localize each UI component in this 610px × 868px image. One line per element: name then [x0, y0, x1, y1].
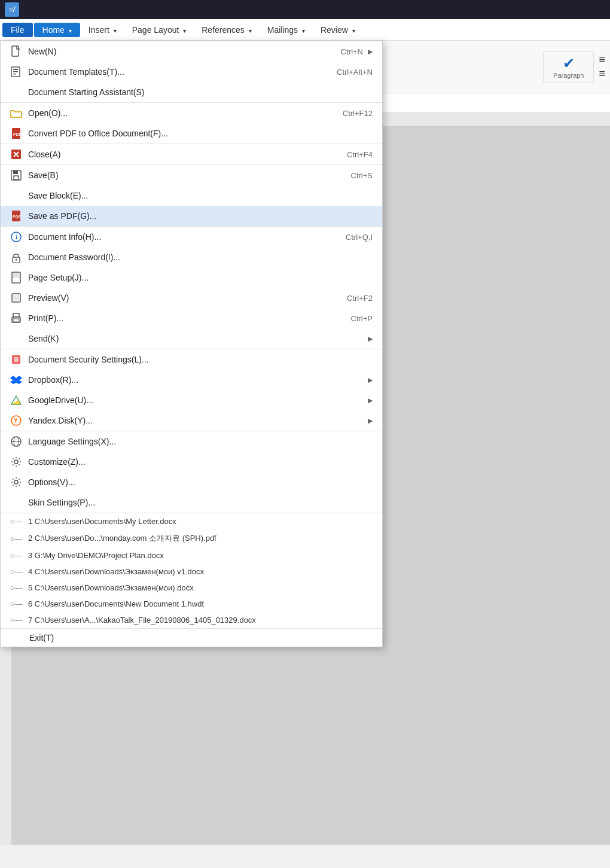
convert-pdf-item[interactable]: PDF Convert PDF to Office Document(F)... — [1, 123, 382, 144]
file-dropdown-menu: New(N) Ctrl+N ▶ Document Templates(T)...… — [0, 41, 383, 647]
starting-assistant-item[interactable]: Document Starting Assistant(S) — [1, 82, 382, 102]
menu-bar: File Home ▾ Insert ▾ Page Layout ▾ Refer… — [0, 19, 610, 41]
doc-info-icon: i — [8, 232, 25, 242]
recent-file-5-icon: ○— — [8, 583, 25, 592]
svg-rect-20 — [13, 273, 19, 275]
close-item[interactable]: Close(A) Ctrl+F4 — [1, 144, 382, 165]
googledrive-item[interactable]: GoogleDrive(U)... ▶ — [1, 390, 382, 410]
convert-pdf-icon: PDF — [8, 127, 25, 139]
svg-text:Y: Y — [14, 418, 18, 424]
recent-file-3[interactable]: ○— 3 G:\My Drive\DEMO\Project Plan.docx — [1, 547, 382, 564]
svg-text:PDF: PDF — [13, 132, 22, 136]
dropbox-label: Dropbox(R)... — [28, 375, 363, 385]
doc-info-label: Document Info(H)... — [28, 232, 334, 242]
googledrive-icon — [8, 395, 25, 406]
new-shortcut: Ctrl+N — [329, 47, 363, 56]
new-arrow: ▶ — [368, 48, 373, 56]
recent-files-section: ○— 1 C:\Users\user\Documents\My Letter.d… — [1, 513, 382, 629]
yandex-label: Yandex.Disk(Y)... — [28, 416, 363, 425]
exit-item[interactable]: Exit(T) — [1, 629, 382, 647]
dropbox-item[interactable]: Dropbox(R)... ▶ — [1, 370, 382, 390]
new-label: New(N) — [28, 47, 329, 56]
googledrive-label: GoogleDrive(U)... — [28, 395, 363, 405]
page-setup-label: Page Setup(J)... — [28, 273, 373, 282]
starting-assistant-label: Document Starting Assistant(S) — [28, 87, 373, 97]
home-menu-button[interactable]: Home ▾ — [34, 23, 80, 37]
yandex-arrow: ▶ — [368, 417, 373, 425]
preview-item[interactable]: Preview(V) Ctrl+F2 — [1, 288, 382, 308]
new-menu-item[interactable]: New(N) Ctrl+N ▶ — [1, 41, 382, 62]
security-label: Document Security Settings(L)... — [28, 355, 373, 364]
recent-file-4-icon: ○— — [8, 567, 25, 576]
save-as-pdf-label: Save as PDF(G)... — [28, 211, 373, 221]
file-menu-button[interactable]: File — [2, 23, 33, 37]
page-setup-item[interactable]: Page Setup(J)... — [1, 267, 382, 288]
mailings-menu-arrow: ▾ — [302, 28, 305, 34]
save-section: Save(B) Ctrl+S Save Block(E)... PDF Save… — [1, 165, 382, 227]
skin-settings-item[interactable]: Skin Settings(P)... — [1, 492, 382, 513]
svg-rect-23 — [13, 295, 19, 301]
recent-file-2[interactable]: ○— 2 C:\Users\user\Do...\monday.com 소개자료… — [1, 529, 382, 547]
save-icon — [8, 170, 25, 181]
dropbox-arrow: ▶ — [368, 376, 373, 384]
insert-menu-label: Insert — [89, 25, 109, 35]
page-setup-icon — [8, 272, 25, 284]
open-item[interactable]: Open(O)... Ctrl+F12 — [1, 103, 382, 123]
pagelayout-menu-label: Page Layout — [132, 25, 179, 35]
password-label: Document Password(I)... — [28, 252, 373, 262]
new-section: New(N) Ctrl+N ▶ Document Templates(T)...… — [1, 41, 382, 103]
convert-pdf-label: Convert PDF to Office Document(F)... — [28, 129, 373, 138]
insert-menu-button[interactable]: Insert ▾ — [81, 23, 124, 37]
recent-file-7-label: 7 C:\Users\user\A...\KakaoTalk_File_2019… — [28, 616, 256, 625]
save-block-item[interactable]: Save Block(E)... — [1, 185, 382, 206]
document-info-item[interactable]: i Document Info(H)... Ctrl+Q,I — [1, 227, 382, 247]
security-icon — [8, 354, 25, 365]
options-item[interactable]: Options(V)... — [1, 472, 382, 492]
settings-section: Language Settings(X)... Customize(Z)... … — [1, 431, 382, 513]
preview-label: Preview(V) — [28, 293, 335, 303]
document-security-item[interactable]: Document Security Settings(L)... — [1, 349, 382, 370]
customize-icon — [8, 456, 25, 467]
review-menu-button[interactable]: Review ▾ — [313, 23, 362, 37]
close-icon — [8, 149, 25, 160]
title-bar: ≡/ — [0, 0, 610, 19]
open-shortcut: Ctrl+F12 — [331, 109, 373, 118]
send-arrow: ▶ — [368, 335, 373, 343]
recent-file-3-label: 3 G:\My Drive\DEMO\Project Plan.docx — [28, 551, 164, 560]
references-menu-button[interactable]: References ▾ — [194, 23, 258, 37]
close-section: Close(A) Ctrl+F4 — [1, 144, 382, 165]
svg-rect-28 — [14, 357, 19, 362]
save-shortcut: Ctrl+S — [339, 171, 373, 180]
pagelayout-menu-button[interactable]: Page Layout ▾ — [125, 23, 194, 37]
references-menu-label: References — [202, 25, 245, 35]
save-pdf-icon: PDF — [8, 210, 25, 222]
recent-file-4[interactable]: ○— 4 C:\Users\user\Downloads\Экзамен(мои… — [1, 564, 382, 580]
close-shortcut: Ctrl+F4 — [335, 150, 373, 159]
recent-file-1[interactable]: ○— 1 C:\Users\user\Documents\My Letter.d… — [1, 513, 382, 529]
print-item[interactable]: Print(P)... Ctrl+P — [1, 308, 382, 328]
recent-file-5[interactable]: ○— 5 C:\Users\user\Downloads\Экзамен(мои… — [1, 580, 382, 596]
googledrive-arrow: ▶ — [368, 397, 373, 404]
save-block-label: Save Block(E)... — [28, 191, 373, 200]
print-icon — [8, 313, 25, 324]
document-templates-item[interactable]: Document Templates(T)... Ctrl+Alt+N — [1, 62, 382, 82]
yandex-item[interactable]: Y Yandex.Disk(Y)... ▶ — [1, 410, 382, 431]
options-gear-icon — [8, 477, 25, 488]
customize-item[interactable]: Customize(Z)... — [1, 452, 382, 472]
save-item[interactable]: Save(B) Ctrl+S — [1, 165, 382, 185]
review-menu-label: Review — [321, 25, 348, 35]
recent-file-7[interactable]: ○— 7 C:\Users\user\A...\KakaoTalk_File_2… — [1, 612, 382, 628]
recent-file-6[interactable]: ○— 6 C:\Users\user\Documents\New Documen… — [1, 596, 382, 612]
send-item[interactable]: Send(K) ▶ — [1, 328, 382, 349]
insert-menu-arrow: ▾ — [114, 28, 117, 34]
open-icon — [8, 108, 25, 118]
save-as-pdf-item[interactable]: PDF Save as PDF(G)... — [1, 206, 382, 226]
language-settings-item[interactable]: Language Settings(X)... — [1, 431, 382, 452]
templates-icon — [8, 66, 25, 78]
document-password-item[interactable]: Document Password(I)... — [1, 247, 382, 267]
open-label: Open(O)... — [28, 108, 331, 118]
send-label: Send(K) — [28, 334, 363, 343]
mailings-menu-button[interactable]: Mailings ▾ — [260, 23, 312, 37]
paragraph-label: Paragraph — [553, 72, 584, 79]
password-icon — [8, 252, 25, 263]
